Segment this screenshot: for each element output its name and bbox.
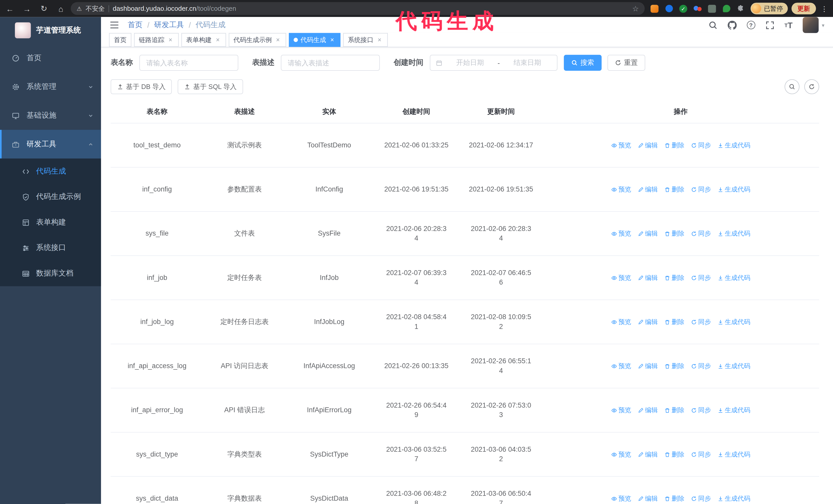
generate-code-link[interactable]: 生成代码 [717, 450, 751, 459]
generate-code-link[interactable]: 生成代码 [717, 273, 751, 283]
github-button[interactable] [728, 21, 736, 29]
edit-link[interactable]: 编辑 [638, 273, 658, 283]
delete-link[interactable]: 删除 [664, 317, 684, 327]
edit-link[interactable]: 编辑 [638, 494, 658, 503]
tab-trace[interactable]: 链路追踪× [134, 33, 178, 47]
breadcrumb-section[interactable]: 研发工具 [154, 20, 184, 30]
generate-code-link[interactable]: 生成代码 [717, 141, 751, 150]
extension-icon-2[interactable] [664, 4, 673, 13]
sidebar-item-db-doc[interactable]: 数据库文档 [0, 261, 101, 286]
edit-link[interactable]: 编辑 [638, 405, 658, 415]
import-db-button[interactable]: 基于 DB 导入 [111, 79, 172, 94]
home-button[interactable]: ⌂ [56, 4, 65, 13]
preview-link[interactable]: 预览 [611, 450, 631, 459]
delete-link[interactable]: 删除 [664, 273, 684, 283]
delete-link[interactable]: 删除 [664, 141, 684, 150]
generate-code-link[interactable]: 生成代码 [717, 229, 751, 238]
sidebar-item-system-api[interactable]: 系统接口 [0, 235, 101, 261]
back-button[interactable]: ← [5, 4, 14, 13]
help-button[interactable]: ? [747, 21, 755, 29]
close-icon[interactable]: × [376, 37, 383, 43]
sidebar-item-system[interactable]: 系统管理 [0, 72, 101, 101]
generate-code-link[interactable]: 生成代码 [717, 494, 751, 503]
generate-code-link[interactable]: 生成代码 [717, 185, 751, 194]
sidebar-item-home[interactable]: 首页 [0, 44, 101, 72]
extension-icon-5[interactable] [708, 4, 716, 13]
update-button[interactable]: 更新 [791, 3, 816, 14]
tab-codegen[interactable]: 代码生成× [289, 33, 340, 47]
tab-home[interactable]: 首页 [109, 33, 131, 47]
extension-icon-3[interactable]: ✓ [679, 4, 688, 13]
close-icon[interactable]: × [167, 37, 174, 43]
sidebar-item-devtools[interactable]: 研发工具 [0, 130, 101, 159]
toggle-search-button[interactable] [785, 79, 800, 94]
sync-link[interactable]: 同步 [691, 450, 711, 459]
font-size-button[interactable]: TT [784, 21, 792, 29]
tab-form-builder[interactable]: 表单构建× [182, 33, 226, 47]
preview-link[interactable]: 预览 [611, 273, 631, 283]
table-name-input[interactable] [139, 55, 238, 71]
extension-icon-6[interactable] [722, 4, 731, 13]
delete-link[interactable]: 删除 [664, 185, 684, 194]
preview-link[interactable]: 预览 [611, 317, 631, 327]
sync-link[interactable]: 同步 [691, 317, 711, 327]
preview-link[interactable]: 预览 [611, 141, 631, 150]
table-desc-input[interactable] [281, 55, 380, 71]
date-range-picker[interactable]: 开始日期 - 结束日期 [430, 55, 557, 71]
user-menu[interactable]: ▾ [803, 17, 825, 33]
sync-link[interactable]: 同步 [691, 141, 711, 150]
preview-link[interactable]: 预览 [611, 185, 631, 194]
search-submit-button[interactable]: 搜索 [564, 55, 601, 71]
edit-link[interactable]: 编辑 [638, 185, 658, 194]
preview-link[interactable]: 预览 [611, 361, 631, 371]
edit-link[interactable]: 编辑 [638, 361, 658, 371]
sidebar-item-codegen[interactable]: 代码生成 [0, 159, 101, 184]
tab-codegen-example[interactable]: 代码生成示例× [229, 33, 286, 47]
sync-link[interactable]: 同步 [691, 273, 711, 283]
delete-link[interactable]: 删除 [664, 361, 684, 371]
profile-paused-chip[interactable]: 已暂停 [751, 3, 788, 14]
menu-fold-button[interactable] [110, 21, 119, 29]
generate-code-link[interactable]: 生成代码 [717, 405, 751, 415]
delete-link[interactable]: 删除 [664, 405, 684, 415]
sync-link[interactable]: 同步 [691, 494, 711, 503]
reset-button[interactable]: 重置 [608, 55, 645, 71]
forward-button[interactable]: → [22, 4, 31, 13]
sync-link[interactable]: 同步 [691, 185, 711, 194]
address-bar[interactable]: ⚠ 不安全 dashboard.yudao.iocoder.cn/tool/co… [71, 2, 645, 15]
reload-button[interactable]: ↻ [40, 4, 48, 13]
sidebar-item-form-builder[interactable]: 表单构建 [0, 210, 101, 235]
generate-code-link[interactable]: 生成代码 [717, 361, 751, 371]
fullscreen-button[interactable] [765, 21, 774, 29]
edit-link[interactable]: 编辑 [638, 317, 658, 327]
preview-link[interactable]: 预览 [611, 229, 631, 238]
close-icon[interactable]: × [275, 37, 281, 43]
search-button[interactable] [709, 21, 717, 29]
preview-link[interactable]: 预览 [611, 494, 631, 503]
sync-link[interactable]: 同步 [691, 361, 711, 371]
browser-menu-icon[interactable]: ⋮ [821, 5, 828, 13]
refresh-table-button[interactable] [804, 79, 819, 94]
warning-icon[interactable]: ⚠ [77, 5, 82, 12]
sidebar-item-codegen-example[interactable]: 代码生成示例 [0, 184, 101, 210]
edit-link[interactable]: 编辑 [638, 229, 658, 238]
extension-icon-4[interactable] [693, 4, 702, 13]
import-sql-button[interactable]: 基于 SQL 导入 [178, 79, 243, 94]
preview-link[interactable]: 预览 [611, 405, 631, 415]
sidebar-item-infra[interactable]: 基础设施 [0, 101, 101, 130]
generate-code-link[interactable]: 生成代码 [717, 317, 751, 327]
close-icon[interactable]: × [214, 37, 221, 43]
delete-link[interactable]: 删除 [664, 494, 684, 503]
delete-link[interactable]: 删除 [664, 229, 684, 238]
breadcrumb-home[interactable]: 首页 [128, 20, 143, 30]
bookmark-icon[interactable]: ☆ [632, 4, 639, 13]
close-icon[interactable]: × [329, 37, 336, 43]
sync-link[interactable]: 同步 [691, 229, 711, 238]
tab-system-api[interactable]: 系统接口× [343, 33, 388, 47]
sync-link[interactable]: 同步 [691, 405, 711, 415]
edit-link[interactable]: 编辑 [638, 141, 658, 150]
delete-link[interactable]: 删除 [664, 450, 684, 459]
extensions-menu-icon[interactable] [736, 4, 745, 13]
edit-link[interactable]: 编辑 [638, 450, 658, 459]
extension-icon-1[interactable] [650, 4, 659, 13]
